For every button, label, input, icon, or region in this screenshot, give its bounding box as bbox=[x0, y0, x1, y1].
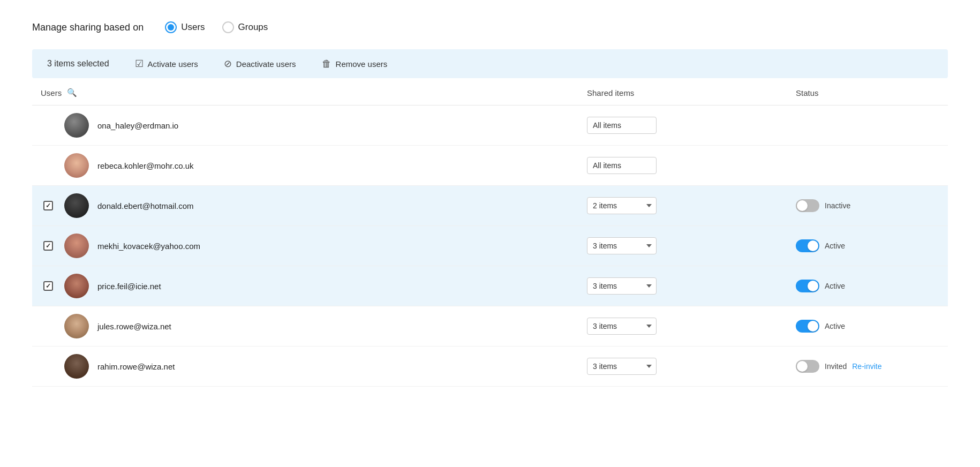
shared-cell-4: 3 items bbox=[578, 226, 787, 266]
avatar-6 bbox=[64, 314, 89, 338]
toggle-3[interactable] bbox=[796, 199, 819, 212]
shared-text-2: All items bbox=[587, 157, 657, 174]
status-label-7: Invited bbox=[825, 362, 847, 371]
row-checkbox-5[interactable] bbox=[43, 281, 53, 291]
activate-label: Activate users bbox=[148, 59, 198, 69]
user-email-7: rahim.rowe@wiza.net bbox=[97, 362, 175, 371]
col-shared-label: Shared items bbox=[587, 88, 634, 97]
user-email-6: jules.rowe@wiza.net bbox=[97, 322, 171, 331]
toggle-6[interactable] bbox=[796, 320, 819, 333]
status-cell-6: Active bbox=[787, 306, 948, 347]
user-cell-5: price.feil@icie.net bbox=[32, 266, 578, 306]
radio-users-label: Users bbox=[181, 22, 205, 33]
deactivate-users-button[interactable]: ⊘ Deactivate users bbox=[224, 58, 296, 70]
status-cell-1 bbox=[787, 106, 948, 146]
user-email-4: mekhi_kovacek@yahoo.com bbox=[97, 242, 200, 251]
shared-cell-3: 2 items bbox=[578, 186, 787, 226]
user-cell-2: rebeca.kohler@mohr.co.uk bbox=[32, 146, 578, 186]
user-cell-4: mekhi_kovacek@yahoo.com bbox=[32, 226, 578, 266]
selection-count: 3 items selected bbox=[47, 59, 109, 69]
user-email-2: rebeca.kohler@mohr.co.uk bbox=[97, 161, 193, 170]
shared-cell-5: 3 items bbox=[578, 266, 787, 306]
radio-users[interactable]: Users bbox=[165, 21, 205, 33]
user-cell-7: rahim.rowe@wiza.net bbox=[32, 347, 578, 387]
col-shared-header: Shared items bbox=[578, 78, 787, 106]
table-row: mekhi_kovacek@yahoo.com3 itemsActive bbox=[32, 226, 948, 266]
col-users-header: Users 🔍 bbox=[32, 78, 578, 106]
radio-groups-label: Groups bbox=[238, 22, 268, 33]
status-cell-4: Active bbox=[787, 226, 948, 266]
toggle-5[interactable] bbox=[796, 280, 819, 292]
status-label-3: Inactive bbox=[825, 201, 850, 210]
table-row: donald.ebert@hotmail.com2 itemsInactive bbox=[32, 186, 948, 226]
manage-row: Manage sharing based on Users Groups bbox=[32, 21, 948, 33]
table-row: rahim.rowe@wiza.net3 itemsInvitedRe-invi… bbox=[32, 347, 948, 387]
table-row: price.feil@icie.net3 itemsActive bbox=[32, 266, 948, 306]
shared-select-3[interactable]: 2 items bbox=[587, 197, 657, 214]
shared-cell-1: All items bbox=[578, 106, 787, 146]
avatar-1 bbox=[64, 113, 89, 138]
user-cell-6: jules.rowe@wiza.net bbox=[32, 306, 578, 347]
shared-text-1: All items bbox=[587, 117, 657, 134]
toggle-4[interactable] bbox=[796, 239, 819, 252]
avatar-5 bbox=[64, 274, 89, 298]
shared-cell-6: 3 items bbox=[578, 306, 787, 347]
shared-select-7[interactable]: 3 items bbox=[587, 358, 657, 375]
avatar-4 bbox=[64, 234, 89, 258]
row-checkbox-4[interactable] bbox=[43, 241, 53, 251]
radio-groups[interactable]: Groups bbox=[222, 21, 268, 33]
col-status-label: Status bbox=[796, 88, 819, 97]
status-label-5: Active bbox=[825, 282, 845, 290]
page-container: Manage sharing based on Users Groups 3 i… bbox=[0, 0, 980, 467]
table-header: Users 🔍 Shared items Status bbox=[32, 78, 948, 106]
user-search-icon[interactable]: 🔍 bbox=[67, 88, 77, 97]
table-row: rebeca.kohler@mohr.co.ukAll items bbox=[32, 146, 948, 186]
table-row: jules.rowe@wiza.net3 itemsActive bbox=[32, 306, 948, 347]
avatar-2 bbox=[64, 153, 89, 178]
user-email-1: ona_haley@erdman.io bbox=[97, 121, 178, 130]
action-bar: 3 items selected ☑ Activate users ⊘ Deac… bbox=[32, 49, 948, 78]
shared-select-4[interactable]: 3 items bbox=[587, 237, 657, 254]
manage-label: Manage sharing based on bbox=[32, 22, 144, 33]
radio-group: Users Groups bbox=[165, 21, 268, 33]
users-table: Users 🔍 Shared items Status ona_haley@er… bbox=[32, 78, 948, 387]
activate-icon: ☑ bbox=[135, 58, 144, 70]
row-checkbox-3[interactable] bbox=[43, 201, 53, 210]
user-cell-1: ona_haley@erdman.io bbox=[32, 106, 578, 146]
shared-cell-7: 3 items bbox=[578, 347, 787, 387]
status-cell-3: Inactive bbox=[787, 186, 948, 226]
reinvite-link-7[interactable]: Re-invite bbox=[852, 362, 881, 371]
shared-select-6[interactable]: 3 items bbox=[587, 318, 657, 335]
radio-groups-circle[interactable] bbox=[222, 21, 234, 33]
status-label-4: Active bbox=[825, 242, 845, 250]
table-body: ona_haley@erdman.ioAll itemsrebeca.kohle… bbox=[32, 106, 948, 387]
status-cell-5: Active bbox=[787, 266, 948, 306]
activate-users-button[interactable]: ☑ Activate users bbox=[135, 58, 198, 70]
user-cell-3: donald.ebert@hotmail.com bbox=[32, 186, 578, 226]
deactivate-label: Deactivate users bbox=[236, 59, 296, 69]
avatar-3 bbox=[64, 193, 89, 218]
deactivate-icon: ⊘ bbox=[224, 58, 232, 70]
col-users-label: Users bbox=[41, 88, 62, 97]
remove-users-button[interactable]: 🗑 Remove users bbox=[322, 58, 388, 70]
status-label-6: Active bbox=[825, 322, 845, 330]
radio-users-circle[interactable] bbox=[165, 21, 177, 33]
remove-label: Remove users bbox=[336, 59, 388, 69]
remove-icon: 🗑 bbox=[322, 58, 331, 70]
avatar-7 bbox=[64, 354, 89, 379]
status-cell-2 bbox=[787, 146, 948, 186]
toggle-7[interactable] bbox=[796, 360, 819, 373]
shared-cell-2: All items bbox=[578, 146, 787, 186]
shared-select-5[interactable]: 3 items bbox=[587, 277, 657, 295]
table-row: ona_haley@erdman.ioAll items bbox=[32, 106, 948, 146]
status-cell-7: InvitedRe-invite bbox=[787, 347, 948, 387]
user-email-5: price.feil@icie.net bbox=[97, 282, 161, 291]
col-status-header: Status bbox=[787, 78, 948, 106]
user-email-3: donald.ebert@hotmail.com bbox=[97, 201, 194, 210]
